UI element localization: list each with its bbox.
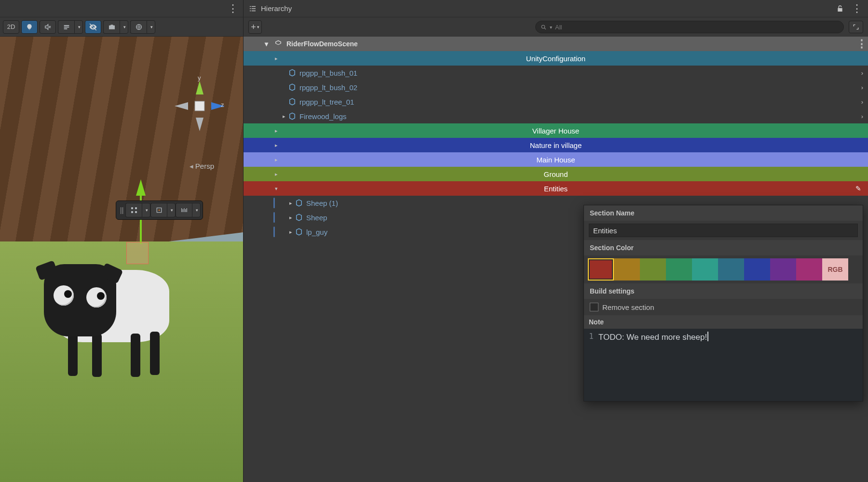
fx-dropdown[interactable] (58, 20, 83, 34)
hierarchy-item[interactable]: rpgpp_lt_tree_01› (244, 94, 868, 109)
color-swatch[interactable] (718, 258, 744, 281)
sheep-model (34, 251, 179, 371)
hierarchy-item[interactable]: rpgpp_lt_bush_01› (244, 66, 868, 80)
note-label: Note (584, 315, 863, 329)
unlock-icon[interactable] (836, 5, 844, 13)
grid-snap-toolbar: || (116, 201, 203, 220)
toggle-audio-button[interactable] (40, 20, 56, 34)
grid-dropdown[interactable] (142, 203, 150, 217)
color-swatch[interactable] (614, 258, 640, 281)
kebab-icon[interactable]: ⋮ (852, 2, 863, 15)
scene-toolbar: 2D (0, 17, 243, 37)
grid-toggle-button[interactable] (125, 203, 142, 217)
expand-search-button[interactable] (849, 21, 863, 33)
note-line-number: 1 (584, 329, 597, 401)
axis-y-label: y (198, 74, 201, 81)
color-swatch[interactable] (770, 258, 796, 281)
prefab-icon (295, 199, 303, 207)
kebab-icon[interactable]: ⋮ (856, 38, 868, 50)
unity-icon (274, 40, 283, 48)
item-label: Sheep (1) (306, 199, 338, 207)
section-nature-in-village[interactable]: ▸Nature in village (244, 138, 868, 152)
fx-icon (63, 23, 70, 31)
color-swatch[interactable] (640, 258, 666, 281)
increment-snap-button[interactable] (176, 203, 192, 217)
note-text: TODO: We need more sheep! (598, 333, 707, 342)
section-ground[interactable]: ▸Ground (244, 167, 868, 181)
hierarchy-icon (248, 4, 257, 13)
svg-marker-3 (175, 102, 188, 110)
scene-viewport[interactable]: y z ◂ Persp || (0, 37, 243, 482)
scene-topbar: ⋮ (0, 0, 243, 17)
orientation-gizmo[interactable]: y z (171, 77, 229, 135)
prefab-icon (288, 112, 297, 120)
hierarchy-title: Hierarchy (261, 4, 292, 13)
increment-dropdown[interactable] (192, 203, 201, 217)
section-villager-house[interactable]: ▸Villager House (244, 123, 868, 138)
hierarchy-subbar: +▾ ▾ (244, 17, 868, 37)
hierarchy-search[interactable]: ▾ (535, 21, 844, 33)
snap-dropdown[interactable] (167, 203, 176, 217)
search-icon (541, 24, 547, 30)
prefab-icon (295, 213, 303, 222)
svg-point-7 (542, 25, 545, 28)
note-editor[interactable]: 1 TODO: We need more sheep! (584, 329, 863, 401)
section-editor-popover: Section Name Section Color RGB Build set… (583, 205, 863, 402)
item-label: lp_guy (306, 228, 327, 236)
chevron-right-icon[interactable]: › (861, 113, 863, 120)
item-label: Sheep (306, 214, 327, 222)
item-label: rpgpp_lt_bush_02 (299, 83, 357, 92)
prefab-icon (288, 97, 297, 106)
section-main-house[interactable]: ▸Main House (244, 152, 868, 167)
section-unityconfiguration[interactable]: ▸UnityConfiguration (244, 51, 868, 66)
toggle-2d-button[interactable]: 2D (3, 20, 19, 34)
projection-label[interactable]: ◂ Persp (190, 162, 214, 171)
color-swatches: RGB (584, 255, 863, 283)
svg-point-6 (158, 210, 160, 211)
section-name-input[interactable] (589, 224, 858, 237)
scene-root-row[interactable]: ▾ RiderFlowDemoScene ⋮ (244, 37, 868, 51)
color-swatch-rgb[interactable]: RGB (822, 258, 848, 281)
color-swatch[interactable] (588, 258, 614, 281)
pencil-icon[interactable]: ✎ (855, 185, 861, 192)
camera-dropdown[interactable] (103, 20, 128, 34)
color-swatch[interactable] (692, 258, 718, 281)
hierarchy-titlebar: Hierarchy ⋮ (244, 0, 868, 17)
snap-toggle-button[interactable] (150, 203, 167, 217)
svg-rect-5 (195, 101, 204, 111)
item-label: Firewood_logs (299, 112, 347, 120)
lightbulb-icon (26, 23, 33, 31)
item-label: rpgpp_lt_bush_01 (299, 69, 357, 77)
prefab-icon (295, 228, 303, 236)
svg-marker-1 (196, 81, 203, 94)
expand-icon (852, 23, 860, 31)
search-input[interactable] (555, 24, 839, 31)
globe-icon (135, 23, 143, 31)
chevron-right-icon[interactable]: › (861, 69, 863, 77)
scene-view-pane: ⋮ 2D (0, 0, 244, 482)
chevron-right-icon[interactable]: › (861, 84, 863, 91)
eye-off-icon (89, 23, 97, 31)
color-swatch[interactable] (744, 258, 770, 281)
audio-off-icon (44, 23, 52, 31)
chevron-right-icon[interactable]: › (861, 98, 863, 106)
section-name-label: Section Name (584, 205, 863, 221)
kebab-icon[interactable]: ⋮ (228, 2, 239, 15)
gizmos-dropdown[interactable] (130, 20, 155, 34)
toggle-lighting-button[interactable] (21, 20, 38, 34)
hierarchy-item[interactable]: ▸Firewood_logs› (244, 109, 868, 123)
hierarchy-pane: Hierarchy ⋮ +▾ ▾ ▾ RiderFlowDemoScene (244, 0, 868, 482)
remove-section-checkbox[interactable]: Remove section (584, 299, 863, 315)
section-entities[interactable]: ▾Entities✎ (244, 181, 868, 196)
create-button[interactable]: +▾ (248, 20, 262, 34)
scene-name: RiderFlowDemoScene (286, 40, 358, 48)
item-label: rpgpp_lt_tree_01 (299, 98, 354, 106)
toggle-visibility-button[interactable] (85, 20, 101, 34)
color-swatch[interactable] (666, 258, 692, 281)
build-settings-label: Build settings (584, 283, 863, 299)
color-swatch[interactable] (796, 258, 822, 281)
section-color-label: Section Color (584, 240, 863, 255)
hierarchy-item[interactable]: rpgpp_lt_bush_02› (244, 80, 868, 94)
camera-icon (108, 23, 116, 31)
prefab-icon (288, 68, 297, 77)
